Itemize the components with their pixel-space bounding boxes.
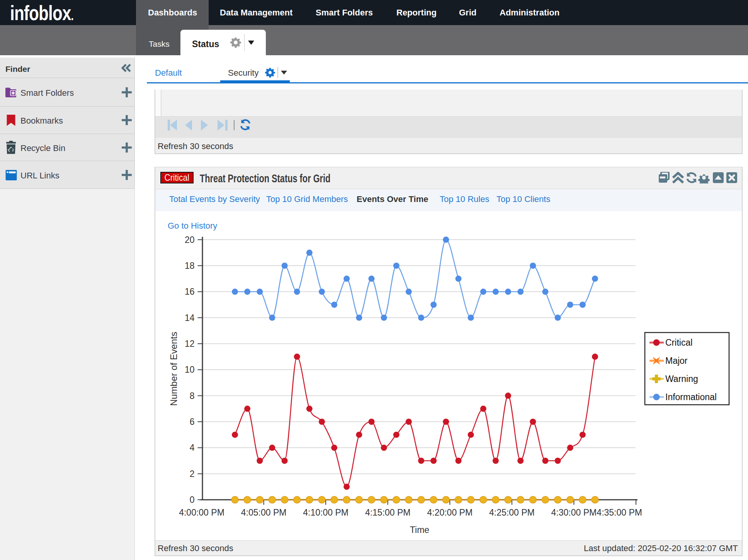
svg-text:4:10:00 PM: 4:10:00 PM [303, 507, 348, 518]
svg-text:12: 12 [185, 339, 195, 349]
svg-text:2: 2 [190, 469, 195, 479]
svg-text:4:25:00 PM: 4:25:00 PM [489, 507, 535, 518]
svg-text:4: 4 [190, 443, 195, 453]
svg-text:4:00:00 PM: 4:00:00 PM [179, 507, 224, 518]
svg-text:18: 18 [185, 261, 195, 271]
svg-text:Major: Major [665, 356, 688, 366]
svg-text:4:35:00 PM: 4:35:00 PM [597, 507, 642, 518]
svg-text:16: 16 [185, 287, 195, 297]
svg-text:Critical: Critical [665, 338, 692, 348]
svg-text:Informational: Informational [665, 392, 717, 402]
svg-text:Warning: Warning [665, 374, 698, 384]
svg-text:6: 6 [190, 417, 195, 427]
svg-text:4:30:00 PM: 4:30:00 PM [551, 507, 597, 518]
svg-text:4:05:00 PM: 4:05:00 PM [241, 507, 287, 518]
svg-text:8: 8 [190, 391, 195, 401]
svg-text:4:20:00 PM: 4:20:00 PM [427, 507, 473, 518]
svg-text:Number of Events: Number of Events [168, 332, 179, 406]
svg-text:14: 14 [185, 313, 195, 323]
svg-text:20: 20 [185, 235, 195, 245]
svg-text:4:15:00 PM: 4:15:00 PM [365, 507, 411, 518]
svg-text:10: 10 [185, 365, 195, 375]
svg-text:Time: Time [410, 525, 429, 535]
svg-text:0: 0 [190, 495, 195, 505]
